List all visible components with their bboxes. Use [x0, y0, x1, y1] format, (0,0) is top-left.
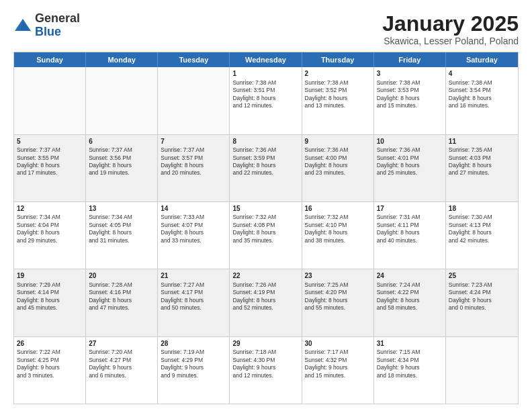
calendar: SundayMondayTuesdayWednesdayThursdayFrid…: [13, 52, 519, 404]
day-info-line: Daylight: 8 hours: [17, 162, 60, 169]
day-info-line: Sunset: 4:20 PM: [305, 289, 347, 295]
day-info-line: and 31 minutes.: [89, 237, 129, 244]
day-info-line: Daylight: 8 hours: [305, 297, 348, 304]
cal-cell: 24Sunrise: 7:24 AMSunset: 4:22 PMDayligh…: [374, 269, 446, 336]
day-info-line: Sunrise: 7:23 AM: [449, 281, 492, 288]
day-info-line: Sunset: 4:19 PM: [232, 289, 275, 295]
day-info-line: and 33 minutes.: [161, 237, 201, 244]
cal-cell: 15Sunrise: 7:32 AMSunset: 4:08 PMDayligh…: [230, 202, 302, 269]
day-info-line: and 35 minutes.: [232, 237, 273, 244]
day-info-line: and 55 minutes.: [305, 304, 345, 311]
day-info-line: Daylight: 9 hours: [305, 364, 348, 371]
cal-cell: 6Sunrise: 7:37 AMSunset: 3:56 PMDaylight…: [86, 135, 158, 201]
day-info-line: and 12 minutes.: [232, 372, 273, 379]
day-info-line: Daylight: 8 hours: [17, 229, 60, 236]
day-info-line: Daylight: 8 hours: [89, 229, 132, 236]
day-info-line: and 16 minutes.: [449, 102, 489, 109]
day-info-line: Daylight: 8 hours: [377, 95, 420, 101]
day-info-line: Sunrise: 7:18 AM: [232, 349, 276, 355]
day-info-line: Sunrise: 7:15 AM: [377, 349, 420, 355]
cal-cell: [446, 337, 518, 404]
day-info-line: and 40 minutes.: [377, 237, 417, 244]
cal-cell: 18Sunrise: 7:30 AMSunset: 4:13 PMDayligh…: [446, 202, 518, 269]
day-info-line: and 58 minutes.: [377, 304, 417, 311]
cal-week-0: 1Sunrise: 7:38 AMSunset: 3:51 PMDaylight…: [14, 67, 518, 134]
day-info-line: Sunrise: 7:37 AM: [17, 146, 60, 153]
cal-cell: 16Sunrise: 7:32 AMSunset: 4:10 PMDayligh…: [302, 202, 374, 269]
day-info-line: Sunset: 4:04 PM: [17, 222, 59, 228]
day-info-line: Sunrise: 7:36 AM: [377, 146, 420, 153]
day-number: 27: [89, 339, 154, 349]
day-info-line: and 23 minutes.: [305, 169, 345, 176]
cal-cell: 27Sunrise: 7:20 AMSunset: 4:27 PMDayligh…: [86, 337, 158, 404]
day-info-line: Daylight: 8 hours: [449, 162, 492, 169]
day-number: 4: [449, 69, 515, 79]
cal-week-2: 12Sunrise: 7:34 AMSunset: 4:04 PMDayligh…: [14, 201, 518, 269]
calendar-title: January 2025: [382, 12, 519, 36]
day-number: 15: [232, 204, 298, 214]
cal-cell: [86, 67, 158, 134]
logo-blue-text: Blue: [35, 25, 61, 38]
day-number: 13: [89, 204, 154, 214]
day-info-line: Sunrise: 7:38 AM: [449, 79, 492, 86]
day-info-line: Daylight: 8 hours: [305, 162, 348, 169]
cal-week-3: 19Sunrise: 7:29 AMSunset: 4:14 PMDayligh…: [14, 269, 518, 336]
day-info-line: Sunset: 3:53 PM: [377, 87, 419, 93]
day-info-line: and 9 minutes.: [161, 372, 198, 379]
day-info-line: Sunrise: 7:37 AM: [89, 146, 132, 153]
day-number: 3: [377, 69, 443, 79]
day-info-line: and 22 minutes.: [232, 169, 273, 176]
cal-header-friday: Friday: [374, 52, 446, 67]
day-info-line: Daylight: 9 hours: [161, 364, 204, 371]
day-number: 9: [305, 137, 371, 146]
cal-cell: [14, 67, 86, 134]
cal-cell: 1Sunrise: 7:38 AMSunset: 3:51 PMDaylight…: [230, 67, 302, 134]
day-number: 5: [17, 137, 83, 146]
logo-text: General Blue: [35, 12, 80, 39]
day-number: 2: [305, 69, 371, 79]
logo-icon: [13, 16, 32, 35]
cal-cell: 20Sunrise: 7:28 AMSunset: 4:16 PMDayligh…: [86, 269, 158, 336]
day-info-line: and 29 minutes.: [17, 237, 57, 244]
day-info-line: Daylight: 9 hours: [449, 297, 492, 304]
day-number: 20: [89, 271, 154, 281]
day-info-line: Sunset: 3:59 PM: [232, 154, 275, 161]
calendar-subtitle: Skawica, Lesser Poland, Poland: [382, 36, 519, 46]
cal-cell: 25Sunrise: 7:23 AMSunset: 4:24 PMDayligh…: [446, 269, 518, 336]
day-info-line: Sunset: 4:00 PM: [305, 154, 347, 161]
cal-cell: 9Sunrise: 7:36 AMSunset: 4:00 PMDaylight…: [302, 135, 374, 201]
day-info-line: Sunset: 4:13 PM: [449, 222, 491, 228]
day-info-line: Sunrise: 7:34 AM: [17, 214, 60, 220]
day-info-line: Sunrise: 7:38 AM: [232, 79, 276, 86]
cal-cell: 7Sunrise: 7:37 AMSunset: 3:57 PMDaylight…: [158, 135, 230, 201]
cal-header-monday: Monday: [86, 52, 158, 67]
cal-cell: 3Sunrise: 7:38 AMSunset: 3:53 PMDaylight…: [374, 67, 446, 134]
day-info-line: Sunrise: 7:31 AM: [377, 214, 420, 220]
day-info-line: Daylight: 8 hours: [377, 297, 420, 304]
day-number: 6: [89, 137, 154, 146]
cal-cell: 28Sunrise: 7:19 AMSunset: 4:29 PMDayligh…: [158, 337, 230, 404]
day-info-line: Sunrise: 7:33 AM: [161, 214, 204, 220]
day-info-line: Sunset: 4:24 PM: [449, 289, 491, 295]
day-info-line: Sunrise: 7:37 AM: [161, 146, 204, 153]
day-info-line: and 0 minutes.: [449, 304, 486, 311]
day-info-line: Daylight: 8 hours: [449, 229, 492, 236]
day-info-line: Sunrise: 7:28 AM: [89, 281, 132, 288]
day-info-line: Daylight: 8 hours: [377, 229, 420, 236]
day-number: 19: [17, 271, 83, 281]
day-number: 1: [232, 69, 298, 79]
day-info-line: Sunrise: 7:24 AM: [377, 281, 420, 288]
day-info-line: Sunrise: 7:32 AM: [305, 214, 349, 220]
day-info-line: Daylight: 8 hours: [89, 162, 132, 169]
day-info-line: Sunset: 3:51 PM: [232, 87, 275, 93]
day-number: 25: [449, 271, 515, 281]
day-info-line: Sunrise: 7:35 AM: [449, 146, 492, 153]
day-info-line: and 52 minutes.: [232, 304, 273, 311]
day-info-line: and 45 minutes.: [17, 304, 57, 311]
day-info-line: Sunset: 4:03 PM: [449, 154, 491, 161]
day-info-line: and 19 minutes.: [89, 169, 129, 176]
day-number: 7: [161, 137, 226, 146]
day-info-line: Sunrise: 7:34 AM: [89, 214, 132, 220]
day-number: 29: [232, 339, 298, 349]
day-info-line: and 20 minutes.: [161, 169, 201, 176]
